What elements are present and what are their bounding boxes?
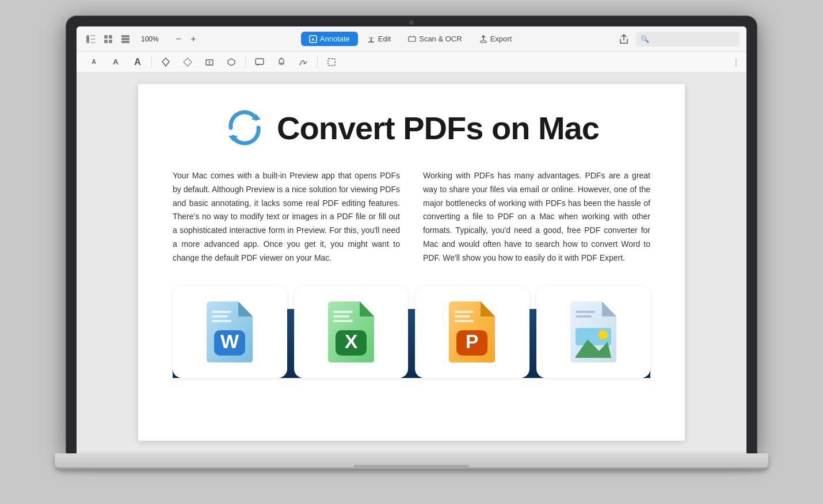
svg-text:W: W: [220, 330, 239, 352]
stamp-btn[interactable]: [273, 54, 289, 70]
main-toolbar: 100% − + A Annotate T: [77, 26, 746, 52]
right-panel-toggle[interactable]: |: [735, 57, 737, 67]
nav-tabs: A Annotate T Edit: [208, 32, 613, 46]
excel-card: X: [294, 286, 409, 378]
svg-marker-20: [184, 58, 192, 66]
powerpoint-card: P: [415, 286, 529, 378]
sync-icon: [224, 107, 265, 148]
shape-btn[interactable]: [223, 54, 239, 70]
svg-rect-41: [454, 315, 470, 318]
toolbar-right: 🔍: [616, 32, 740, 47]
svg-rect-0: [86, 35, 89, 43]
left-column-text: Your Mac comes with a built-in Preview a…: [173, 169, 400, 265]
svg-rect-8: [121, 35, 129, 37]
separator-3: [317, 56, 318, 68]
svg-rect-9: [121, 38, 129, 40]
svg-rect-10: [121, 41, 129, 43]
svg-marker-19: [162, 58, 169, 66]
svg-rect-24: [256, 59, 264, 64]
sidebar-toggle-btn[interactable]: [83, 33, 98, 45]
separator-2: [245, 56, 246, 68]
word-icon: W: [204, 300, 256, 364]
svg-rect-37: [333, 320, 353, 322]
svg-rect-42: [454, 320, 474, 322]
svg-text:X: X: [344, 330, 357, 352]
laptop-container: 100% − + A Annotate T: [43, 16, 780, 488]
sidebar-toggles: [83, 33, 133, 45]
zoom-in-btn[interactable]: +: [187, 33, 200, 45]
page-title: Convert PDFs on Mac: [277, 109, 599, 147]
screen-bezel: 100% − + A Annotate T: [66, 16, 757, 453]
comment-btn[interactable]: [252, 54, 268, 70]
svg-rect-27: [328, 59, 335, 66]
svg-text:T: T: [369, 36, 374, 43]
svg-marker-23: [228, 59, 235, 66]
svg-rect-5: [109, 35, 112, 39]
svg-rect-4: [104, 35, 108, 39]
format-icon-cards: W: [173, 286, 650, 378]
right-column-text: Working with PDFs has many advantages. P…: [423, 169, 650, 265]
pdf-page: Convert PDFs on Mac Your Mac comes with …: [138, 84, 685, 441]
annotation-bar: A A A T: [77, 52, 746, 72]
tab-annotate[interactable]: A Annotate: [301, 32, 358, 46]
zoom-out-btn[interactable]: −: [172, 33, 185, 45]
text-style-medium-btn[interactable]: A: [108, 54, 124, 70]
svg-text:T: T: [208, 61, 211, 65]
svg-rect-46: [576, 311, 595, 313]
search-icon: 🔍: [641, 35, 649, 43]
svg-rect-2: [90, 39, 96, 40]
svg-rect-1: [90, 35, 96, 36]
svg-rect-3: [90, 42, 96, 43]
eraser-btn[interactable]: [180, 54, 196, 70]
svg-marker-52: [576, 357, 611, 358]
tab-export[interactable]: Export: [471, 32, 520, 46]
tab-edit[interactable]: T Edit: [359, 32, 399, 46]
svg-rect-30: [212, 311, 231, 313]
grid-view-btn[interactable]: [101, 33, 116, 45]
svg-rect-40: [454, 311, 474, 313]
svg-rect-7: [109, 40, 112, 43]
powerpoint-icon: P: [446, 300, 498, 364]
svg-text:A: A: [311, 37, 315, 42]
svg-point-50: [599, 330, 608, 339]
single-view-btn[interactable]: [118, 33, 133, 45]
tab-scan-ocr[interactable]: Scan & OCR: [400, 32, 470, 46]
two-column-text: Your Mac comes with a built-in Preview a…: [173, 169, 650, 265]
svg-point-25: [279, 59, 284, 63]
search-bar[interactable]: 🔍: [636, 32, 740, 47]
zoom-value: 100%: [141, 35, 170, 43]
svg-rect-36: [333, 315, 349, 318]
image-card: [536, 286, 651, 378]
svg-rect-15: [409, 37, 416, 41]
text-box-btn[interactable]: T: [201, 54, 218, 70]
document-area: Convert PDFs on Mac Your Mac comes with …: [77, 72, 746, 453]
camera-notch: [409, 20, 414, 25]
separator-1: [151, 56, 152, 68]
svg-rect-35: [333, 311, 353, 313]
word-card: W: [173, 286, 287, 378]
zoom-control: 100% − +: [141, 33, 200, 45]
signature-btn[interactable]: [295, 54, 311, 70]
share-btn[interactable]: [616, 32, 631, 47]
svg-rect-31: [212, 315, 228, 318]
selection-btn[interactable]: [323, 54, 340, 70]
page-header: Convert PDFs on Mac: [173, 107, 650, 148]
image-icon: [567, 300, 619, 364]
text-style-large-btn[interactable]: A: [129, 54, 146, 70]
svg-rect-32: [212, 320, 231, 322]
excel-icon: X: [325, 300, 377, 364]
svg-rect-6: [104, 40, 108, 43]
highlighter-btn[interactable]: [158, 54, 174, 70]
svg-rect-47: [576, 315, 592, 318]
svg-text:P: P: [466, 330, 479, 352]
screen-content: 100% − + A Annotate T: [77, 26, 746, 453]
laptop-base: [55, 453, 768, 469]
text-style-small-btn[interactable]: A: [86, 54, 102, 70]
svg-rect-18: [481, 41, 486, 43]
